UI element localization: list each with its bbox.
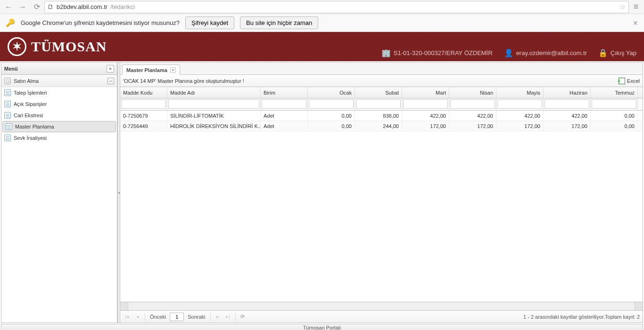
sidebar-item-açık-siparişler[interactable]: Açık Siparişler <box>1 98 117 110</box>
table-cell: SİLİNDİR-LİFTOMATİK <box>167 111 261 121</box>
column-header[interactable]: Temmuz <box>591 87 638 98</box>
never-password-button[interactable]: Bu site için hiçbir zaman <box>240 16 318 29</box>
column-header[interactable]: Haziran <box>544 87 591 98</box>
sidebar-item-label: Cari Ekstresi <box>14 113 43 118</box>
sidebar: Menü « ▢ Satın Alma − Talep İşlemleriAçı… <box>1 63 117 322</box>
column-filter <box>449 98 496 110</box>
forward-button[interactable]: → <box>16 1 29 13</box>
sidebar-item-talep-i̇şlemleri[interactable]: Talep İşlemleri <box>1 87 117 98</box>
accordion-header-satin-alma[interactable]: ▢ Satın Alma − <box>1 75 117 87</box>
sidebar-item-master-planlama[interactable]: Master Planlama <box>2 121 116 132</box>
accordion-collapse-icon[interactable]: − <box>107 78 114 84</box>
filter-input[interactable] <box>262 99 306 109</box>
column-header[interactable]: Madde Kodu <box>120 87 167 98</box>
content-toolbar: 'OCAK 14 MP' Master Planına göre oluştur… <box>120 75 643 87</box>
filter-input[interactable] <box>497 99 542 109</box>
pager-next-icon[interactable]: ▸ <box>214 313 222 321</box>
building-icon: 🏢 <box>381 48 391 57</box>
table-cell: 172,00 <box>402 121 449 131</box>
pager-prev-icon[interactable]: ◂ <box>133 313 142 321</box>
app-header: ✶ TÜMOSAN 🏢 S1-01-320-000327/ERAY ÖZDEMİ… <box>0 32 644 61</box>
filter-input[interactable] <box>309 99 354 109</box>
pager-last-icon[interactable]: ▸| <box>224 313 232 321</box>
pager: |◂ ◂ Önceki Sonraki ▸ ▸| ⟳ 1 - 2 arasınd… <box>120 310 643 322</box>
pager-page-input[interactable] <box>170 313 184 321</box>
save-password-button[interactable]: Şifreyi kaydet <box>185 16 234 29</box>
tab-master-planlama[interactable]: Master Planlama × <box>122 64 180 75</box>
sidebar-item-cari-ekstresi[interactable]: Cari Ekstresi <box>1 110 117 121</box>
grid: Madde KoduMadde AdıBirimOcakSubatMartNis… <box>120 87 643 310</box>
filter-input[interactable] <box>403 99 448 109</box>
sidebar-item-sevk-i̇rsaliyesi[interactable]: Sevk İrsaliyesi <box>1 132 117 144</box>
table-cell: 0,00 <box>308 121 355 131</box>
table-row[interactable]: 0-7256449HİDROLİK DİREKSİYON SİLİNDİRİ K… <box>120 121 643 131</box>
column-filter <box>355 98 402 110</box>
table-cell: 172,00 <box>449 121 496 131</box>
app-body: Menü « ▢ Satın Alma − Talep İşlemleriAçı… <box>1 62 643 323</box>
key-icon: 🔑 <box>6 18 15 27</box>
logo-text: TÜMOSAN <box>31 39 107 55</box>
table-cell: 838,00 <box>355 111 402 121</box>
address-bar[interactable]: 🗋 b2bdev.albil.com.tr/tedarikci ☆ <box>44 1 629 13</box>
column-header[interactable]: Nisan <box>449 87 496 98</box>
excel-export-button[interactable]: Excel <box>619 78 640 84</box>
column-filter <box>402 98 449 110</box>
pager-next-label[interactable]: Sonraki <box>186 314 207 320</box>
column-filter <box>308 98 355 110</box>
column-header[interactable]: Birim <box>261 87 308 98</box>
table-cell: 0-7256449 <box>120 121 167 131</box>
filter-input[interactable] <box>168 99 259 109</box>
table-row[interactable]: 0-7250679SİLİNDİR-LİFTOMATİKAdet0,00838,… <box>120 111 643 121</box>
document-icon <box>4 135 11 141</box>
column-filter <box>496 98 544 110</box>
table-cell: 0-7250679 <box>120 111 167 121</box>
user-icon: 👤 <box>504 48 513 57</box>
filter-input[interactable] <box>545 99 589 109</box>
table-cell: 244,00 <box>355 121 402 131</box>
chrome-menu-icon[interactable]: ≡ <box>630 2 642 12</box>
table-cell: 422,00 <box>544 111 591 121</box>
filter-input[interactable] <box>450 99 495 109</box>
table-cell: 0,00 <box>591 111 638 121</box>
column-filter <box>544 98 591 110</box>
logout-button[interactable]: 🔒 Çıkış Yap <box>598 48 636 57</box>
company-info: 🏢 S1-01-320-000327/ERAY ÖZDEMİR <box>381 48 493 57</box>
table-cell: Adet <box>261 121 308 131</box>
filter-input[interactable] <box>121 99 166 109</box>
reload-button[interactable]: ⟳ <box>30 1 43 13</box>
table-cell: 0,00 <box>308 111 355 121</box>
pager-prev-label[interactable]: Önceki <box>148 314 168 320</box>
pager-first-icon[interactable]: |◂ <box>123 313 132 321</box>
sidebar-title: Menü <box>4 66 18 72</box>
splitter[interactable] <box>117 63 120 322</box>
logo-icon: ✶ <box>8 37 26 56</box>
browser-toolbar: ← → ⟳ 🗋 b2bdev.albil.com.tr/tedarikci ☆ … <box>0 0 644 14</box>
page-icon: 🗋 <box>48 3 54 10</box>
grid-body: 0-7250679SİLİNDİR-LİFTOMATİKAdet0,00838,… <box>120 111 643 302</box>
bookmark-icon[interactable]: ☆ <box>619 2 626 11</box>
close-infobar-icon[interactable]: ✕ <box>633 19 638 27</box>
column-header[interactable]: Ocak <box>308 87 355 98</box>
column-header[interactable]: Mayis <box>496 87 544 98</box>
url-path: /tedarikci <box>110 3 135 10</box>
column-header[interactable]: Madde Adı <box>167 87 261 98</box>
back-button[interactable]: ← <box>2 1 15 13</box>
document-icon <box>4 112 11 119</box>
pager-refresh-icon[interactable]: ⟳ <box>239 313 247 321</box>
column-header[interactable]: Subat <box>355 87 402 98</box>
document-icon <box>4 101 11 107</box>
horizontal-scrollbar[interactable] <box>120 302 643 310</box>
column-header[interactable]: Mart <box>402 87 449 98</box>
toolbar-info-text: 'OCAK 14 MP' Master Planına göre oluştur… <box>123 78 244 84</box>
excel-icon <box>619 78 625 84</box>
column-filter <box>591 98 638 110</box>
lock-icon: 🔒 <box>598 48 608 57</box>
table-cell: 0,00 <box>591 121 638 131</box>
filter-input[interactable] <box>592 99 636 109</box>
column-filter <box>167 98 261 110</box>
filter-input[interactable] <box>356 99 401 109</box>
sidebar-collapse-icon[interactable]: « <box>107 65 114 72</box>
document-icon <box>6 123 12 130</box>
sidebar-header: Menü « <box>1 63 117 75</box>
tab-close-icon[interactable]: × <box>170 67 176 73</box>
